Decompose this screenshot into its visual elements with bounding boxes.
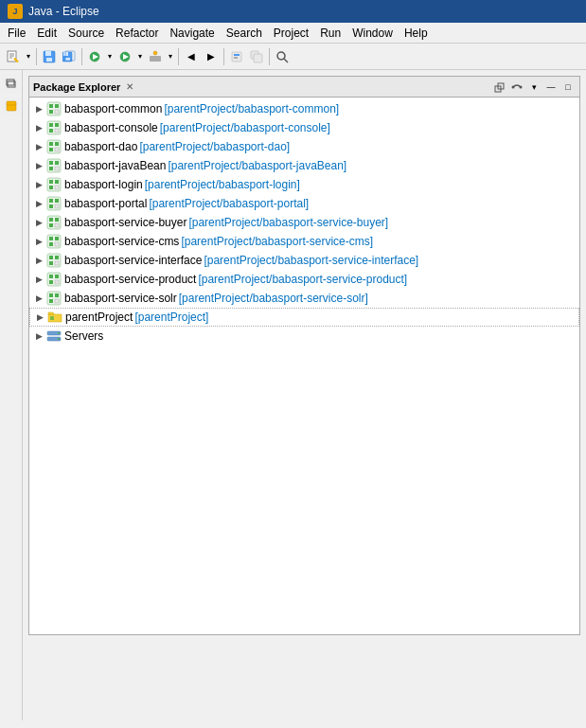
menu-help[interactable]: Help [399, 25, 434, 42]
save-all-button[interactable] [60, 47, 79, 66]
panel-close-icon[interactable]: ✕ [126, 81, 133, 92]
expand-arrow[interactable]: ▶ [34, 311, 45, 323]
list-item[interactable]: ▶ babasport-service-solr [parentProject/… [29, 289, 579, 308]
search-toolbar-button[interactable] [273, 47, 292, 66]
item-secondary: [parentProject/babasport-portal] [149, 197, 309, 210]
svg-rect-50 [55, 161, 59, 165]
menu-window[interactable]: Window [346, 25, 399, 42]
svg-point-23 [277, 52, 285, 60]
list-item[interactable]: ▶ babasport-service-product [parentProje… [29, 270, 579, 289]
expand-arrow[interactable]: ▶ [33, 103, 44, 115]
item-name: babasport-portal [64, 197, 147, 210]
debug-dropdown[interactable]: ▾ [105, 47, 115, 66]
list-item[interactable]: ▶ babasport-portal [parentProject/babasp… [29, 194, 579, 213]
svg-rect-6 [45, 51, 51, 56]
run-button[interactable] [115, 47, 134, 66]
svg-rect-82 [55, 280, 59, 284]
list-item[interactable]: ▶ babasport-service-cms [parentProject/b… [29, 232, 579, 251]
svg-rect-65 [55, 218, 59, 222]
build-all-button[interactable] [247, 47, 266, 66]
expand-arrow[interactable]: ▶ [33, 122, 44, 133]
expand-arrow[interactable]: ▶ [33, 198, 44, 209]
list-item[interactable]: ▶ babasport-service-interface [parentPro… [29, 251, 579, 270]
expand-arrow[interactable]: ▶ [33, 236, 44, 247]
external-dropdown[interactable]: ▾ [166, 47, 175, 66]
svg-rect-49 [49, 161, 53, 165]
svg-rect-41 [49, 129, 53, 133]
forward-button[interactable]: ▶ [202, 47, 221, 66]
expand-arrow[interactable]: ▶ [33, 330, 44, 342]
expand-arrow[interactable]: ▶ [33, 255, 44, 266]
new-dropdown[interactable]: ▾ [24, 47, 33, 66]
debug-button[interactable] [85, 47, 104, 66]
expand-arrow[interactable]: ▶ [33, 274, 44, 285]
tree-content[interactable]: ▶ babasport-common [parentProject/babasp… [29, 98, 579, 634]
svg-line-24 [284, 59, 288, 62]
menu-run[interactable]: Run [314, 25, 346, 42]
expand-arrow[interactable]: ▶ [33, 179, 44, 190]
item-name: babasport-javaBean [64, 159, 166, 172]
svg-rect-57 [55, 186, 59, 189]
svg-rect-79 [49, 275, 53, 278]
maximize-button[interactable]: □ [560, 80, 576, 95]
list-item[interactable]: ▶ babasport-login [parentProject/babaspo… [29, 175, 579, 194]
menu-refactor[interactable]: Refactor [110, 25, 164, 42]
menu-search[interactable]: Search [221, 25, 268, 42]
list-item[interactable]: ▶ babasport-dao [parentProject/babasport… [29, 137, 579, 156]
maven-icon [46, 272, 62, 287]
svg-rect-10 [65, 58, 70, 61]
maven-icon [46, 158, 62, 173]
list-item[interactable]: ▶ Servers [29, 327, 579, 346]
item-name: babasport-dao [64, 140, 137, 153]
expand-arrow[interactable]: ▶ [33, 217, 44, 228]
minimize-button[interactable]: — [543, 80, 559, 95]
menu-project[interactable]: Project [268, 25, 314, 42]
view-menu-button[interactable]: ▾ [526, 80, 542, 95]
list-item[interactable]: ▶ babasport-service-buyer [parentProject… [29, 213, 579, 232]
separator-5 [269, 48, 270, 65]
svg-rect-60 [55, 199, 59, 203]
panel-title: Package Explorer [33, 81, 120, 93]
svg-rect-34 [49, 104, 53, 108]
list-item[interactable]: ▶ babasport-common [parentProject/babasp… [29, 99, 579, 118]
collapse-all-button[interactable] [492, 80, 507, 95]
save-button[interactable] [40, 47, 59, 66]
menu-navigate[interactable]: Navigate [164, 25, 220, 42]
menu-edit[interactable]: Edit [31, 25, 62, 42]
expand-arrow[interactable]: ▶ [33, 160, 44, 171]
expand-arrow[interactable]: ▶ [33, 141, 44, 152]
svg-rect-62 [55, 204, 59, 208]
sidebar-package-button[interactable] [2, 97, 21, 115]
external-tools-button[interactable] [146, 47, 165, 66]
item-name: babasport-console [64, 121, 158, 134]
list-item[interactable]: ▶ babasport-console [parentProject/babas… [29, 118, 579, 137]
svg-point-92 [58, 338, 60, 340]
panel-title-area: Package Explorer ✕ [33, 81, 133, 93]
svg-rect-69 [49, 237, 53, 240]
back-button[interactable]: ◀ [182, 47, 201, 66]
menu-source[interactable]: Source [62, 25, 110, 42]
sidebar-restore-button[interactable] [2, 74, 21, 93]
maven-icon [46, 101, 62, 116]
svg-rect-42 [55, 129, 59, 133]
svg-rect-77 [55, 261, 59, 265]
expand-arrow[interactable]: ▶ [33, 293, 44, 304]
menu-file[interactable]: File [2, 25, 31, 42]
item-secondary: [parentProject/babasport-login] [145, 178, 300, 191]
link-with-editor-button[interactable] [509, 80, 524, 95]
svg-rect-7 [46, 58, 52, 62]
list-item[interactable]: ▶ babasport-javaBean [parentProject/baba… [29, 156, 579, 175]
item-name: babasport-login [64, 178, 143, 191]
servers-icon [46, 328, 62, 344]
main-content: Package Explorer ✕ ▾ — □ [23, 70, 586, 720]
svg-rect-59 [49, 199, 53, 203]
maven-icon [46, 215, 62, 230]
maven-icon [46, 234, 62, 249]
new-button[interactable] [4, 47, 23, 66]
build-button[interactable] [227, 47, 246, 66]
run-dropdown[interactable]: ▾ [135, 47, 145, 66]
maven-icon [46, 120, 62, 135]
list-item[interactable]: ▶ parentProject [parentProject] [29, 308, 579, 327]
maven-icon [46, 291, 62, 306]
svg-rect-72 [55, 242, 59, 246]
